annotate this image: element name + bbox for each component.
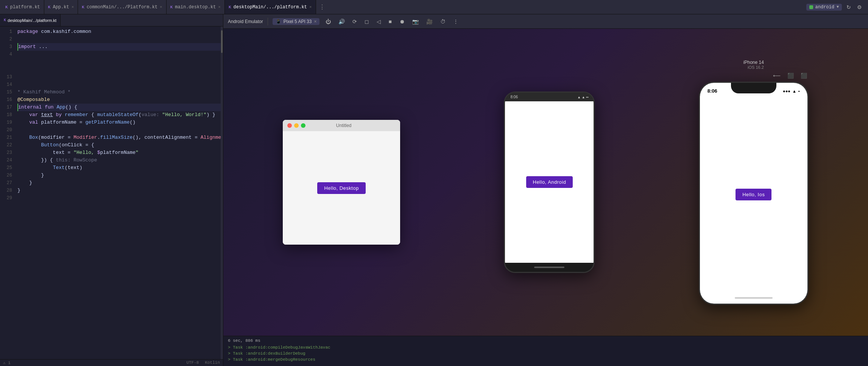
ios-time: 8:06 — [707, 88, 717, 94]
chevron-down-icon: ▼ — [837, 5, 839, 9]
code-line-1: package com.kashif.common — [17, 28, 221, 36]
code-line-27: } — [17, 179, 221, 187]
hello-android-button[interactable]: Hello, Android — [526, 176, 573, 188]
more-btn[interactable]: ⋮ — [452, 18, 460, 25]
line-numbers: 1234 13141516 17181920 21222324 25262728… — [0, 26, 14, 359]
ios-body: Hello, Ios — [700, 97, 807, 292]
code-line-20 — [17, 126, 221, 134]
hello-desktop-button[interactable]: Hello, Desktop — [317, 182, 366, 194]
code-line-17: internal fun App() { — [17, 104, 221, 111]
back-btn[interactable]: ◁ — [375, 18, 382, 25]
ios-toolbar-icons: ⟵ ⬛ ⬛ — [699, 72, 809, 79]
kotlin-file-icon: K — [4, 18, 6, 22]
build-line-1: > Task :android:compileDebugJavaWithJava… — [228, 344, 863, 350]
window-title: Untitled — [292, 123, 396, 128]
kotlin-icon-4: K — [170, 5, 173, 9]
preview-area: Android Emulator 📱 Pixel 5 API 33 × ⏻ 🔊 … — [223, 14, 868, 366]
ios-signal-icon: ●●● — [783, 89, 790, 93]
build-time: 6 sec, 886 ms — [228, 338, 863, 343]
code-line-16: @Composable — [17, 96, 221, 104]
timer-btn[interactable]: ⏱ — [439, 18, 447, 25]
code-line-4 — [17, 51, 221, 58]
ios-wifi-icon: ▲ — [792, 89, 796, 93]
ios-mirror-icon[interactable]: ⬛ — [799, 72, 809, 79]
android-navbar — [505, 263, 594, 272]
tab-overflow-btn[interactable]: ⋮ — [316, 3, 328, 11]
rotate-btn[interactable]: ⟳ — [351, 18, 358, 25]
close-button-traffic-light[interactable] — [287, 123, 292, 128]
main-area: K desktopMain/.../platform.kt 1234 13141… — [0, 14, 868, 366]
device-icon: 📱 — [276, 19, 281, 24]
run-config[interactable]: android ▼ — [806, 4, 842, 11]
power-btn[interactable]: ⏻ — [324, 18, 332, 25]
code-line-15: * Kashif Mehmood * — [17, 88, 221, 96]
ios-phone: 8:06 ●●● ▲ ▪ Hello, Ios — [699, 82, 809, 305]
code-line-29 — [17, 194, 221, 202]
ios-back-icon[interactable]: ⟵ — [771, 72, 782, 79]
editor-status-bar: ⚠ 1 UTF-8 Kotlin — [0, 359, 223, 366]
tab-platform-kt[interactable]: K platform.kt — [2, 0, 44, 14]
code-line-19: val platformName = getPlatformName() — [17, 119, 221, 126]
camera-btn[interactable]: 📷 — [411, 18, 420, 25]
code-scrollbar[interactable] — [221, 26, 223, 359]
tab-bar: K platform.kt K App.kt × K commonMain/..… — [0, 0, 868, 14]
desktop-body: Hello, Desktop — [283, 131, 400, 245]
close-device-icon[interactable]: × — [314, 19, 316, 24]
android-home-bar — [534, 267, 564, 268]
device-selector[interactable]: 📱 Pixel 5 API 33 × — [273, 18, 320, 25]
refresh-button[interactable]: ↻ — [845, 3, 852, 11]
stop-btn[interactable]: ■ — [387, 18, 393, 25]
preview-content: Untitled Hello, Desktop 8:06 ▲ ▲ ▪▪ Hell… — [223, 29, 868, 336]
tab-common-platform-kt[interactable]: K commonMain/.../Platform.kt × — [78, 0, 166, 14]
tab-desktop-main-platform-kt[interactable]: K desktopMain/.../platform.kt × — [225, 0, 316, 14]
build-line-2: > Task :android:dexBuilderDebug — [228, 350, 863, 357]
hello-ios-button[interactable]: Hello, Ios — [736, 189, 771, 200]
android-time: 8:06 — [510, 95, 517, 99]
tab-main-desktop-kt[interactable]: K main.desktop.kt × — [167, 0, 225, 14]
emulator-label: Android Emulator — [228, 19, 263, 24]
code-line-18: var text by remember { mutableStateOf(va… — [17, 111, 221, 119]
ios-battery-icon: ▪ — [798, 89, 800, 93]
desktop-titlebar: Untitled — [283, 120, 400, 131]
ios-notch — [731, 83, 776, 93]
code-tabs-bar: K desktopMain/.../platform.kt — [0, 14, 223, 26]
code-line-14 — [17, 81, 221, 88]
emulator-toolbar: Android Emulator 📱 Pixel 5 API 33 × ⏻ 🔊 … — [223, 14, 868, 29]
tab-app-kt[interactable]: K App.kt × — [44, 0, 78, 14]
code-line-22: Button(onClick = { — [17, 141, 221, 149]
android-phone: 8:06 ▲ ▲ ▪▪ Hello, Android — [504, 92, 595, 273]
kotlin-icon-2: K — [48, 5, 51, 9]
android-signal: ▲ ▲ ▪▪ — [577, 95, 588, 99]
video-btn[interactable]: 🎥 — [425, 18, 434, 25]
code-tab-active[interactable]: K desktopMain/.../platform.kt — [0, 14, 61, 26]
ios-status-right: ●●● ▲ ▪ — [783, 89, 800, 93]
toolbar-separator — [268, 18, 268, 25]
ios-device-info: iPhone 14 iOS 16.2 — [743, 60, 764, 70]
kotlin-icon-3: K — [82, 5, 84, 9]
screenshot-btn[interactable]: ◻ — [363, 18, 371, 25]
run-bar: android ▼ ↻ ⚙ — [806, 3, 868, 11]
code-panel: K desktopMain/.../platform.kt 1234 13141… — [0, 14, 223, 366]
volume-btn[interactable]: 🔊 — [337, 18, 346, 25]
kotlin-icon: K — [5, 5, 8, 9]
code-line-26: } — [17, 172, 221, 179]
bottom-bar: 6 sec, 886 ms > Task :android:compileDeb… — [223, 336, 868, 366]
close-tab-app-kt[interactable]: × — [72, 5, 74, 9]
ios-model-label: iPhone 14 — [743, 60, 764, 65]
ios-phone-wrapper: iPhone 14 iOS 16.2 ⟵ ⬛ ⬛ 8:06 ●●● ▲ — [699, 60, 809, 305]
close-tab-main-desktop[interactable]: × — [218, 5, 221, 9]
kotlin-icon-5: K — [229, 5, 231, 9]
ios-expand-icon[interactable]: ⬛ — [786, 72, 795, 79]
settings-button[interactable]: ⚙ — [856, 3, 863, 11]
code-line-28: } — [17, 187, 221, 194]
code-line-13 — [17, 73, 221, 81]
code-content[interactable]: package com.kashif.common import ... — [14, 26, 221, 359]
close-tab-common[interactable]: × — [160, 5, 162, 9]
code-body: 1234 13141516 17181920 21222324 25262728… — [0, 26, 223, 359]
code-line-2 — [17, 36, 221, 43]
ios-status-bar: 8:06 ●●● ▲ ▪ — [700, 83, 807, 97]
record-btn[interactable]: ⏺ — [398, 18, 406, 25]
code-line-3: import ... — [17, 43, 221, 51]
close-tab-desktop-main[interactable]: × — [309, 5, 312, 9]
code-line-24: }) { this: RowScope — [17, 157, 221, 164]
